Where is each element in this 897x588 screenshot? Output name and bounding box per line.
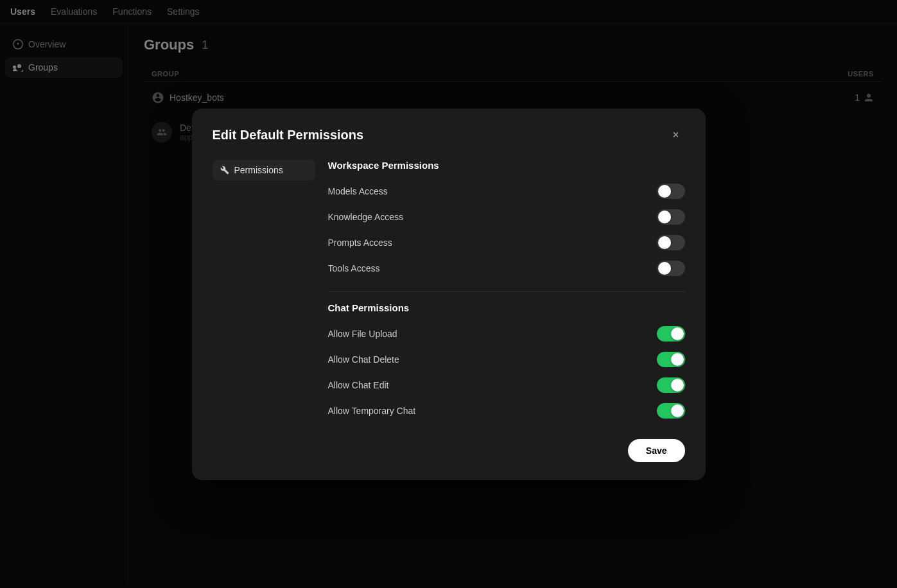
modal: Edit Default Permissions × Permissions W… xyxy=(192,108,706,480)
modal-permissions-content: Workspace Permissions Models Access Know… xyxy=(328,160,685,462)
perm-row-models-access: Models Access xyxy=(328,178,685,204)
wrench-icon xyxy=(220,166,229,175)
perm-label-models-access: Models Access xyxy=(328,186,388,196)
toggle-file-upload[interactable] xyxy=(657,326,685,342)
modal-sidebar-label-permissions: Permissions xyxy=(234,165,283,175)
perm-row-chat-edit: Allow Chat Edit xyxy=(328,372,685,398)
toggle-knob-prompts-access xyxy=(658,236,671,249)
modal-sidebar-item-permissions[interactable]: Permissions xyxy=(213,160,315,180)
perm-label-knowledge-access: Knowledge Access xyxy=(328,212,404,222)
modal-footer: Save xyxy=(328,439,685,462)
perm-label-tools-access: Tools Access xyxy=(328,263,380,273)
section-divider xyxy=(328,291,685,292)
toggle-tools-access[interactable] xyxy=(657,261,685,276)
perm-label-file-upload: Allow File Upload xyxy=(328,329,397,339)
chat-permissions-title: Chat Permissions xyxy=(328,302,685,313)
modal-title: Edit Default Permissions xyxy=(213,128,364,143)
perm-row-chat-delete: Allow Chat Delete xyxy=(328,347,685,372)
perm-label-temporary-chat: Allow Temporary Chat xyxy=(328,406,416,416)
perm-row-temporary-chat: Allow Temporary Chat xyxy=(328,398,685,424)
perm-label-chat-edit: Allow Chat Edit xyxy=(328,380,389,390)
perm-row-tools-access: Tools Access xyxy=(328,255,685,281)
toggle-knob-chat-edit xyxy=(671,379,684,392)
overlay: Edit Default Permissions × Permissions W… xyxy=(0,0,897,588)
modal-body: Permissions Workspace Permissions Models… xyxy=(213,160,685,462)
toggle-knowledge-access[interactable] xyxy=(657,209,685,225)
toggle-knob-knowledge-access xyxy=(658,211,671,223)
modal-header: Edit Default Permissions × xyxy=(213,126,685,144)
toggle-models-access[interactable] xyxy=(657,184,685,199)
perm-label-prompts-access: Prompts Access xyxy=(328,238,392,248)
toggle-prompts-access[interactable] xyxy=(657,235,685,250)
toggle-temporary-chat[interactable] xyxy=(657,403,685,419)
perm-label-chat-delete: Allow Chat Delete xyxy=(328,354,399,365)
save-button[interactable]: Save xyxy=(628,439,685,462)
toggle-knob-file-upload xyxy=(671,327,684,340)
toggle-chat-edit[interactable] xyxy=(657,377,685,393)
modal-sidebar: Permissions xyxy=(213,160,328,462)
perm-row-file-upload: Allow File Upload xyxy=(328,321,685,347)
perm-row-prompts-access: Prompts Access xyxy=(328,230,685,255)
toggle-knob-chat-delete xyxy=(671,353,684,366)
perm-row-knowledge-access: Knowledge Access xyxy=(328,204,685,230)
toggle-knob-temporary-chat xyxy=(671,404,684,417)
toggle-knob-models-access xyxy=(658,185,671,198)
workspace-permissions-title: Workspace Permissions xyxy=(328,160,685,171)
modal-close-button[interactable]: × xyxy=(667,126,685,144)
toggle-chat-delete[interactable] xyxy=(657,352,685,367)
toggle-knob-tools-access xyxy=(658,262,671,275)
